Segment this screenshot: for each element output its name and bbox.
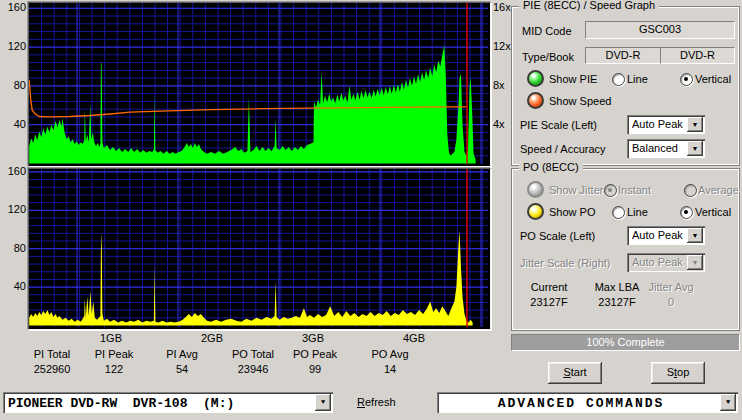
show-speed-label: Show Speed — [549, 95, 611, 107]
current-label: Current — [516, 281, 582, 293]
book-field: DVD-R — [660, 47, 735, 64]
chevron-down-icon: ▼ — [687, 255, 703, 270]
jitter-instant-label: Instant — [618, 184, 651, 196]
chevron-down-icon[interactable]: ▼ — [687, 228, 703, 243]
y-axis-tick: 40 — [0, 280, 26, 292]
y-axis-tick: 160 — [0, 165, 26, 177]
pie-line-label[interactable]: Line — [627, 73, 648, 85]
po-groupbox: PO (8ECC) Show Jitter Instant Average Sh… — [511, 168, 740, 331]
pie-speed-groupbox: PIE (8ECC) / Speed Graph MID Code GSC003… — [511, 6, 740, 166]
chevron-down-icon[interactable]: ▼ — [720, 394, 736, 411]
pie-vertical-radio[interactable] — [680, 73, 693, 86]
chevron-down-icon[interactable]: ▼ — [687, 117, 703, 132]
stat-po-peak: PO Peak99 — [279, 348, 351, 375]
jitter-instant-radio — [604, 184, 617, 197]
drive-select[interactable]: PIONEER DVD-RW DVR-108 (M:) ▼ — [3, 392, 333, 413]
jitter-scale-select: Auto Peak ▼ — [627, 253, 705, 272]
pie-vertical-label[interactable]: Vertical — [695, 73, 731, 85]
mid-code-label: MID Code — [522, 25, 572, 37]
show-po-led[interactable] — [527, 203, 544, 220]
current-lba-column: Current 23127F — [516, 281, 582, 308]
x-axis-tick: 1GB — [91, 332, 131, 344]
speed-axis-tick: 8x — [493, 79, 505, 91]
type-field: DVD-R — [585, 47, 661, 64]
x-axis-tick: 4GB — [394, 332, 434, 344]
type-book-label: Type/Book — [522, 51, 574, 63]
speed-axis-tick: 16x — [493, 1, 511, 13]
pie-speed-graph — [29, 3, 488, 164]
chevron-down-icon[interactable]: ▼ — [315, 394, 331, 411]
x-axis-tick: 3GB — [293, 332, 333, 344]
jitter-avg-value: 0 — [638, 296, 704, 308]
show-speed-led[interactable] — [527, 92, 544, 109]
show-po-label: Show PO — [549, 206, 595, 218]
speed-axis-tick: 4x — [493, 118, 505, 130]
jitter-average-label: Average — [698, 184, 739, 196]
refresh-button[interactable]: Refresh — [357, 396, 396, 408]
po-graph — [29, 169, 488, 327]
y-axis-tick: 40 — [0, 118, 26, 130]
show-pie-led[interactable] — [527, 70, 544, 87]
po-line-radio[interactable] — [612, 206, 625, 219]
speed-accuracy-select[interactable]: Balanced ▼ — [627, 139, 705, 158]
po-scale-select[interactable]: Auto Peak ▼ — [627, 226, 705, 245]
y-axis-tick: 120 — [0, 40, 26, 52]
advanced-commands-select[interactable]: ADVANCED COMMANDS ▼ — [437, 392, 738, 413]
show-jitter-led — [527, 181, 544, 198]
mid-code-field: GSC003 — [585, 21, 735, 39]
stat-po-avg: PO Avg14 — [354, 348, 426, 375]
speed-accuracy-label: Speed / Accuracy — [520, 143, 606, 155]
po-groupbox-title: PO (8ECC) — [519, 161, 583, 173]
stop-button[interactable]: Stop — [651, 362, 705, 384]
start-button[interactable]: Start — [548, 362, 602, 384]
progress-text: 100% Complete — [512, 335, 739, 350]
po-line-label[interactable]: Line — [627, 206, 648, 218]
show-pie-label: Show PIE — [549, 73, 597, 85]
progress-bar: 100% Complete — [511, 334, 740, 351]
y-axis-tick: 160 — [0, 1, 26, 13]
disc-quality-scan-window: 160 120 80 40 160 120 80 40 16x 12x 8x 4… — [0, 0, 742, 420]
stat-pi-avg: PI Avg54 — [146, 348, 218, 375]
jitter-avg-label: Jitter Avg — [638, 281, 704, 293]
y-axis-tick: 80 — [0, 242, 26, 254]
pie-scale-label: PIE Scale (Left) — [520, 119, 597, 131]
show-jitter-label: Show Jitter — [549, 184, 603, 196]
current-value: 23127F — [516, 296, 582, 308]
y-axis-tick: 120 — [0, 203, 26, 215]
pie-speed-graph-panel — [28, 2, 491, 167]
pie-groupbox-title: PIE (8ECC) / Speed Graph — [519, 0, 659, 11]
jitter-avg-column: Jitter Avg 0 — [638, 281, 704, 308]
pie-line-radio[interactable] — [612, 73, 625, 86]
speed-axis-tick: 12x — [493, 40, 511, 52]
jitter-average-radio — [684, 184, 697, 197]
po-graph-panel — [28, 168, 491, 330]
y-axis-tick: 80 — [0, 79, 26, 91]
chevron-down-icon[interactable]: ▼ — [687, 141, 703, 156]
pie-scale-select[interactable]: Auto Peak ▼ — [627, 115, 705, 134]
jitter-scale-label: Jitter Scale (Right) — [520, 257, 610, 269]
po-scale-label: PO Scale (Left) — [520, 230, 595, 242]
po-vertical-radio[interactable] — [680, 206, 693, 219]
x-axis-tick: 2GB — [192, 332, 232, 344]
po-vertical-label[interactable]: Vertical — [695, 206, 731, 218]
stat-pi-peak: PI Peak122 — [78, 348, 150, 375]
